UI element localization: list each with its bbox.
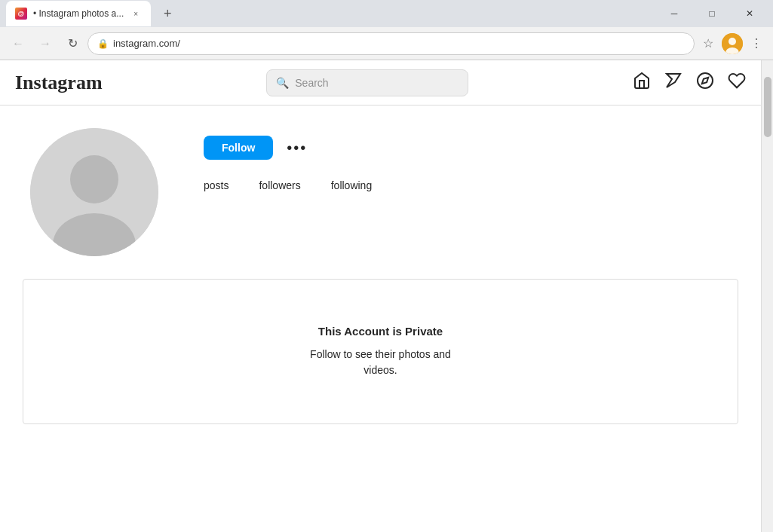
posts-label: posts <box>204 179 229 191</box>
title-bar: @ • Instagram photos a... × + ─ □ ✕ <box>0 0 773 27</box>
bookmark-button[interactable]: ☆ <box>698 33 719 54</box>
maximize-button[interactable]: □ <box>695 2 729 25</box>
svg-point-7 <box>70 155 118 203</box>
private-account-section: This Account is Private Follow to see th… <box>23 279 738 424</box>
nav-bar: ← → ↻ 🔒 instagram.com/ ☆ ⋮ <box>0 27 773 60</box>
search-bar[interactable]: 🔍 Search <box>266 69 468 96</box>
search-wrapper: 🔍 Search <box>118 69 618 96</box>
posts-stat: posts <box>204 178 229 191</box>
minimize-button[interactable]: ─ <box>657 2 692 25</box>
profile-actions: Follow ••• <box>204 136 731 160</box>
page-content: Instagram 🔍 Search <box>0 60 773 532</box>
back-button[interactable]: ← <box>6 32 30 56</box>
tab-title: • Instagram photos a... <box>33 8 124 19</box>
profile-avatar <box>30 128 158 256</box>
tab-favicon: @ <box>15 8 27 20</box>
svg-marker-5 <box>702 77 708 83</box>
search-placeholder: Search <box>295 77 328 89</box>
page-inner: Instagram 🔍 Search <box>0 60 761 532</box>
heart-icon[interactable] <box>728 72 746 94</box>
address-bar[interactable]: 🔒 instagram.com/ <box>87 32 695 55</box>
follow-button[interactable]: Follow <box>204 136 273 160</box>
new-tab-button[interactable]: + <box>157 3 178 24</box>
home-icon[interactable] <box>633 72 651 94</box>
profile-info: Follow ••• posts followers <box>204 128 731 191</box>
refresh-button[interactable]: ↻ <box>60 32 84 56</box>
scrollbar-thumb[interactable] <box>764 77 771 137</box>
svg-marker-3 <box>667 74 680 87</box>
more-options-button[interactable]: ••• <box>281 136 313 160</box>
explore-icon[interactable] <box>664 72 683 94</box>
followers-label: followers <box>259 179 300 191</box>
address-text: instagram.com/ <box>113 38 685 49</box>
window-controls: ─ □ ✕ <box>657 2 767 25</box>
browser-menu-button[interactable]: ⋮ <box>746 33 767 54</box>
svg-point-1 <box>729 38 736 45</box>
svg-point-4 <box>698 73 713 88</box>
avatar-image <box>30 128 158 256</box>
following-label: following <box>331 179 372 191</box>
search-icon: 🔍 <box>276 77 289 89</box>
profile-avatar-icon <box>722 33 743 54</box>
browser-tab[interactable]: @ • Instagram photos a... × <box>6 1 151 26</box>
profile-section: Follow ••• posts followers <box>0 105 761 271</box>
close-button[interactable]: ✕ <box>732 2 767 25</box>
scrollbar[interactable] <box>761 60 773 532</box>
browser-profile-button[interactable] <box>722 33 743 54</box>
forward-button[interactable]: → <box>33 32 57 56</box>
followers-stat[interactable]: followers <box>259 178 300 191</box>
instagram-logo[interactable]: Instagram <box>15 72 103 94</box>
lock-icon: 🔒 <box>97 38 109 49</box>
browser-window: @ • Instagram photos a... × + ─ □ ✕ ← → … <box>0 0 773 532</box>
following-stat[interactable]: following <box>331 178 372 191</box>
header-nav-icons <box>633 72 746 94</box>
compass-icon[interactable] <box>696 72 714 94</box>
private-account-description: Follow to see their photos andvideos. <box>38 347 722 378</box>
private-account-title: This Account is Private <box>38 325 722 338</box>
profile-stats: posts followers following <box>204 178 731 191</box>
instagram-header: Instagram 🔍 Search <box>0 60 761 105</box>
tab-close-button[interactable]: × <box>130 8 142 20</box>
